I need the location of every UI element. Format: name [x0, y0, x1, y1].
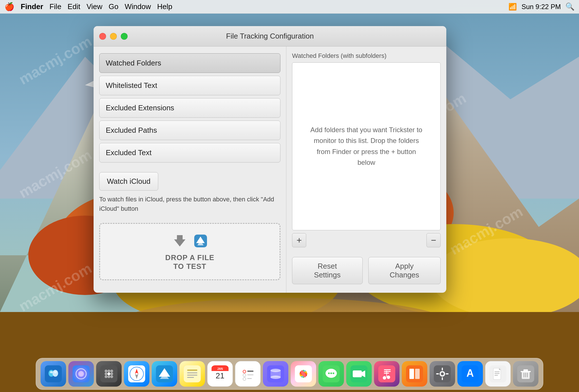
icloud-description: To watch files in iCloud, press the butt…: [99, 195, 280, 213]
apply-changes-button[interactable]: Apply Changes: [368, 257, 441, 284]
dock-photos[interactable]: [291, 361, 316, 387]
svg-point-38: [105, 372, 107, 375]
menubar-window[interactable]: Window: [125, 2, 151, 11]
menubar-wifi-icon: 📶: [508, 3, 517, 11]
dock-messages[interactable]: [318, 361, 344, 387]
window-title: File Tracking Configuration: [226, 32, 314, 41]
svg-point-43: [110, 375, 113, 378]
dock-notes[interactable]: [179, 361, 205, 387]
dock-facetime[interactable]: [346, 361, 372, 387]
sidebar-excluded-extensions[interactable]: Excluded Extensions: [99, 98, 280, 118]
svg-rect-53: [187, 370, 197, 371]
list-controls: + −: [292, 233, 441, 247]
dock-siri[interactable]: [68, 361, 94, 387]
svg-point-30: [54, 371, 57, 373]
action-buttons: Reset Settings Apply Changes: [292, 253, 441, 287]
watch-icloud-button[interactable]: Watch iCloud: [99, 172, 158, 191]
svg-rect-117: [495, 372, 500, 372]
sidebar-whitelisted-text[interactable]: Whitelisted Text: [99, 76, 280, 95]
folder-list-header: Watched Folders (with subfolders): [292, 52, 441, 60]
svg-rect-99: [386, 370, 387, 377]
menubar: 🍎 Finder File Edit View Go Window Help 📶…: [0, 0, 579, 14]
dock-system-preferences[interactable]: [430, 361, 455, 387]
apple-menu[interactable]: 🍎: [5, 2, 14, 11]
window-titlebar: File Tracking Configuration: [94, 26, 446, 47]
sidebar-excluded-text[interactable]: Excluded Text: [99, 143, 280, 163]
svg-text:A: A: [466, 367, 474, 379]
folder-instructions: Add folders that you want Trickster to m…: [307, 125, 426, 168]
dock-canister[interactable]: [263, 361, 288, 387]
svg-rect-54: [187, 372, 197, 373]
svg-rect-97: [384, 371, 391, 372]
svg-rect-68: [247, 378, 252, 379]
dock: JAN 21: [36, 358, 543, 390]
svg-text:JAN: JAN: [217, 367, 223, 370]
svg-rect-62: [239, 365, 256, 382]
svg-rect-52: [184, 365, 201, 382]
menubar-file[interactable]: File: [49, 2, 61, 11]
dock-safari[interactable]: [124, 361, 149, 387]
svg-rect-96: [384, 369, 391, 370]
svg-point-41: [105, 375, 107, 378]
sidebar-excluded-paths[interactable]: Excluded Paths: [99, 121, 280, 140]
dock-trickster[interactable]: [152, 361, 177, 387]
svg-point-91: [333, 372, 334, 374]
svg-rect-93: [353, 370, 362, 377]
svg-point-100: [383, 376, 386, 380]
menubar-go[interactable]: Go: [109, 2, 119, 11]
add-folder-button[interactable]: +: [292, 233, 306, 247]
menubar-edit[interactable]: Edit: [67, 2, 80, 11]
svg-text:21: 21: [215, 371, 224, 380]
main-panel: Watched Folders (with subfolders) Add fo…: [286, 47, 446, 293]
close-button[interactable]: [99, 33, 106, 40]
minimize-button[interactable]: [110, 33, 117, 40]
menubar-search-icon[interactable]: 🔍: [565, 2, 574, 11]
sidebar-watched-folders[interactable]: Watched Folders: [99, 53, 280, 73]
dock-books[interactable]: [402, 361, 427, 387]
svg-rect-44: [128, 365, 145, 382]
reset-settings-button[interactable]: Reset Settings: [292, 257, 363, 284]
dock-trash[interactable]: [513, 361, 538, 387]
svg-point-37: [110, 370, 113, 372]
menubar-right: 📶 Sun 9:22 PM 🔍: [508, 2, 574, 11]
dock-finder[interactable]: [41, 361, 66, 387]
svg-rect-111: [446, 373, 449, 374]
remove-folder-button[interactable]: −: [426, 233, 441, 247]
dock-app-store[interactable]: A: [457, 361, 483, 387]
svg-point-35: [105, 370, 107, 372]
dock-launchpad[interactable]: [96, 361, 122, 387]
svg-rect-56: [187, 377, 194, 378]
window-controls: [99, 33, 128, 40]
svg-point-29: [50, 371, 53, 373]
maximize-button[interactable]: [121, 33, 128, 40]
drop-zone-text[interactable]: DROP A FILETO TEST: [165, 253, 214, 271]
sidebar: Watched Folders Whitelisted Text Exclude…: [94, 47, 286, 293]
svg-point-39: [107, 372, 110, 375]
menubar-view[interactable]: View: [86, 2, 102, 11]
svg-rect-102: [406, 365, 423, 382]
dock-document[interactable]: [485, 361, 511, 387]
icloud-section: Watch iCloud To watch files in iCloud, p…: [99, 172, 280, 213]
svg-point-101: [387, 376, 390, 379]
menubar-left: 🍎 Finder File Edit View Go Window Help: [5, 2, 172, 11]
svg-rect-109: [442, 377, 443, 380]
menubar-help[interactable]: Help: [157, 2, 172, 11]
svg-rect-108: [442, 368, 443, 370]
dock-calendar[interactable]: JAN 21: [207, 361, 233, 387]
drop-zone[interactable]: DROP A FILETO TEST: [99, 223, 280, 280]
svg-point-72: [271, 376, 281, 379]
svg-rect-118: [495, 373, 500, 374]
menubar-time: Sun 9:22 PM: [521, 3, 561, 11]
dock-music[interactable]: [374, 361, 400, 387]
svg-point-107: [441, 372, 444, 375]
svg-point-89: [328, 372, 330, 374]
svg-rect-64: [247, 371, 253, 372]
dock-reminders[interactable]: [235, 361, 261, 387]
folder-list[interactable]: Add folders that you want Trickster to m…: [292, 62, 441, 230]
drop-arrow-icon: [171, 232, 188, 249]
svg-point-40: [110, 372, 113, 375]
menubar-app-name[interactable]: Finder: [21, 2, 43, 11]
svg-point-33: [78, 371, 84, 377]
svg-rect-55: [187, 375, 197, 376]
svg-rect-104: [415, 369, 420, 379]
